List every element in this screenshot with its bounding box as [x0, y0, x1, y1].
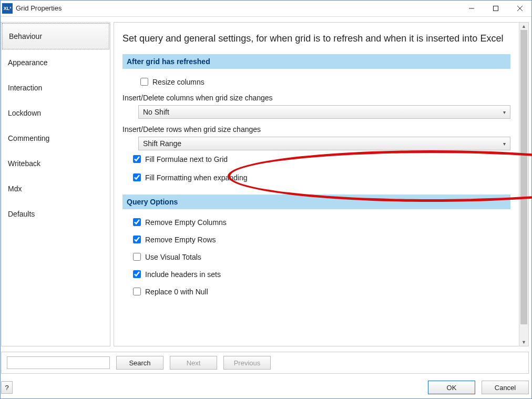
svg-rect-1: [494, 6, 498, 11]
minimize-button[interactable]: [459, 0, 484, 17]
content-panel: Set query and general settings, for when…: [114, 22, 529, 346]
select-rows-value: Shift Range: [143, 139, 181, 148]
fill-formatting-label: Fill Formatting when expanding: [145, 173, 248, 182]
section-header-refresh: After grid has refreshed: [122, 54, 510, 69]
remove-empty-rows-label: Remove Empty Rows: [145, 236, 216, 244]
include-headers-label: Include headers in sets: [145, 270, 221, 279]
select-cols-shift[interactable]: No Shift ▾: [138, 105, 510, 119]
scroll-down-icon[interactable]: ▼: [519, 339, 528, 346]
sidebar: Behaviour Appearance Interaction Lockdow…: [1, 22, 110, 346]
checkbox-include-headers[interactable]: Include headers in sets: [131, 269, 510, 280]
select-cols-value: No Shift: [143, 108, 169, 116]
sidebar-item-commenting[interactable]: Commenting: [2, 126, 110, 151]
resize-columns-input[interactable]: [140, 78, 148, 86]
previous-button[interactable]: Previous: [223, 356, 271, 370]
checkbox-remove-empty-cols[interactable]: Remove Empty Columns: [131, 217, 510, 228]
include-headers-input[interactable]: [133, 270, 141, 278]
titlebar: XL³ Grid Properties: [0, 0, 532, 17]
close-button[interactable]: [508, 0, 532, 17]
search-row: Search Next Previous: [1, 352, 529, 374]
label-insert-delete-cols: Insert/Delete columns when grid size cha…: [122, 94, 510, 102]
checkbox-replace-zero[interactable]: Replace 0 with Null: [131, 286, 510, 297]
scroll-up-icon[interactable]: ▲: [519, 23, 528, 30]
sidebar-item-lockdown[interactable]: Lockdown: [2, 100, 110, 126]
scroll-thumb[interactable]: [520, 30, 527, 324]
sidebar-item-behaviour[interactable]: Behaviour: [2, 23, 109, 49]
resize-columns-label: Resize columns: [152, 78, 204, 86]
remove-empty-cols-input[interactable]: [133, 218, 141, 226]
fill-formulae-input[interactable]: [133, 155, 141, 163]
checkbox-remove-empty-rows[interactable]: Remove Empty Rows: [131, 234, 510, 245]
replace-zero-input[interactable]: [133, 288, 141, 295]
help-button[interactable]: ?: [1, 381, 13, 394]
app-icon: XL³: [2, 3, 13, 14]
vertical-scrollbar[interactable]: ▲ ▼: [519, 23, 528, 346]
chevron-down-icon: ▾: [503, 141, 506, 147]
checkbox-fill-formatting[interactable]: Fill Formatting when expanding: [131, 172, 510, 183]
page-description: Set query and general settings, for when…: [122, 32, 507, 45]
sidebar-item-interaction[interactable]: Interaction: [2, 75, 110, 100]
fill-formulae-label: Fill Formulae next to Grid: [145, 155, 228, 163]
checkbox-fill-formulae[interactable]: Fill Formulae next to Grid: [131, 154, 510, 165]
search-button[interactable]: Search: [116, 356, 163, 370]
maximize-button[interactable]: [484, 0, 508, 17]
cancel-button[interactable]: Cancel: [482, 381, 529, 394]
replace-zero-label: Replace 0 with Null: [145, 288, 208, 296]
sidebar-item-appearance[interactable]: Appearance: [2, 50, 110, 75]
fill-formatting-input[interactable]: [133, 173, 141, 181]
visual-totals-label: Use Visual Totals: [145, 253, 201, 261]
window-title: Grid Properties: [16, 4, 62, 12]
section-header-query: Query Options: [122, 195, 510, 209]
ok-button[interactable]: OK: [428, 381, 475, 394]
chevron-down-icon: ▾: [503, 109, 506, 115]
checkbox-resize-columns[interactable]: Resize columns: [138, 76, 510, 87]
next-button[interactable]: Next: [170, 356, 217, 370]
checkbox-visual-totals[interactable]: Use Visual Totals: [131, 251, 510, 262]
remove-empty-cols-label: Remove Empty Columns: [145, 218, 227, 227]
visual-totals-input[interactable]: [133, 253, 141, 261]
search-input[interactable]: [7, 356, 110, 369]
label-insert-delete-rows: Insert/Delete rows when grid size change…: [122, 125, 510, 134]
remove-empty-rows-input[interactable]: [133, 236, 141, 243]
sidebar-item-writeback[interactable]: Writeback: [2, 151, 110, 176]
sidebar-item-mdx[interactable]: Mdx: [2, 176, 110, 201]
select-rows-shift[interactable]: Shift Range ▾: [138, 137, 510, 150]
sidebar-item-defaults[interactable]: Defaults: [2, 201, 110, 227]
